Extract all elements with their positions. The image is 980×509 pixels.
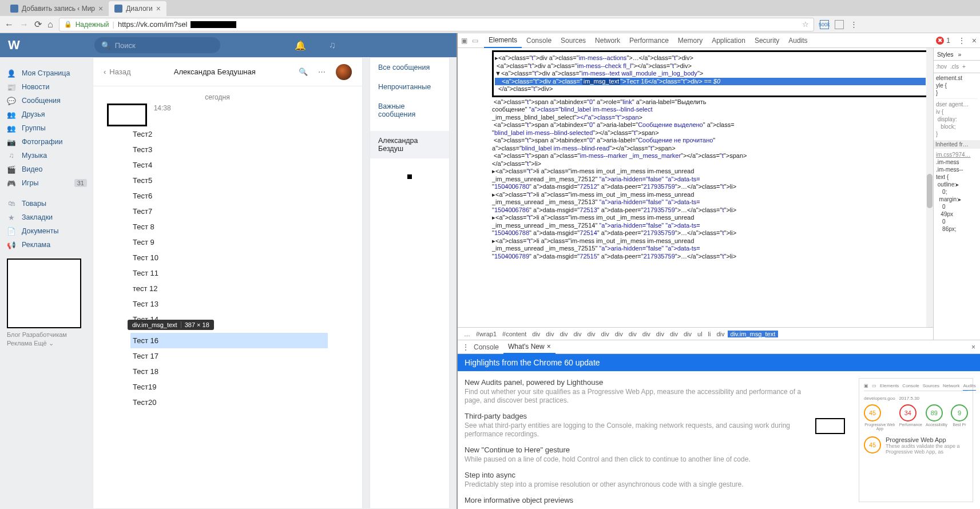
breadcrumb-item[interactable]: div bbox=[713, 331, 727, 337]
style-rule[interactable]: dser agent… iv { display: block; } bbox=[936, 101, 978, 138]
devtools-tab[interactable]: Memory bbox=[673, 33, 707, 48]
message-item[interactable]: Тест 11 bbox=[133, 265, 328, 281]
devtools-tab[interactable]: Network bbox=[590, 33, 625, 48]
folder-item[interactable]: Все сообщения bbox=[370, 58, 449, 77]
breadcrumb-item[interactable]: ul bbox=[695, 331, 705, 337]
menu-icon[interactable]: ⋮ bbox=[850, 20, 859, 29]
reload-icon[interactable]: ⟳ bbox=[34, 19, 42, 30]
sidebar-item[interactable]: 📷 Фотографии bbox=[7, 135, 87, 149]
dom-node[interactable]: <a">class="t">span a">tabindex="0" a">ar… bbox=[492, 137, 929, 145]
dom-node[interactable]: ▸<a">class="t">li a">class="im-mess im_o… bbox=[492, 214, 929, 222]
dom-node[interactable]: _im_mess_unread _im_mess_72515" "a">aria… bbox=[492, 245, 929, 253]
folder-item[interactable]: Важные сообщения bbox=[370, 97, 449, 124]
devtools-tab[interactable]: Audits bbox=[784, 33, 812, 48]
styles-more-icon[interactable]: » bbox=[958, 51, 962, 58]
search-input[interactable]: 🔍 Поиск bbox=[94, 37, 220, 53]
inspect-icon[interactable]: ▣ bbox=[461, 37, 467, 45]
message-item-highlighted[interactable]: Тест 16 bbox=[130, 333, 328, 348]
dom-node[interactable]: сообщение" "a">class="blind_label im-mes… bbox=[492, 106, 929, 114]
message-item[interactable]: Тест4 bbox=[133, 157, 328, 173]
message-item[interactable]: тест 12 bbox=[133, 281, 328, 296]
tab-close-icon[interactable]: × bbox=[156, 4, 161, 13]
folder-item-active[interactable]: Александра Бездуш bbox=[370, 131, 449, 158]
dom-node[interactable]: </a">class="t">li> bbox=[492, 160, 929, 168]
back-button[interactable]: ‹ Назад bbox=[104, 67, 131, 76]
dom-breadcrumb[interactable]: …#wrap1#contentdivdivdivdivdivdivdivdivd… bbox=[458, 327, 933, 340]
sidebar-item[interactable]: 👤 Моя Страница bbox=[7, 66, 87, 80]
folder-item[interactable]: Непрочитанные bbox=[370, 77, 449, 97]
breadcrumb-item[interactable]: div bbox=[557, 331, 570, 337]
sidebar-item[interactable]: 📰 Новости bbox=[7, 80, 87, 94]
styles-tab[interactable]: Styles bbox=[937, 51, 954, 58]
style-rule[interactable]: element.st yle { } bbox=[936, 74, 978, 97]
breadcrumb-item[interactable]: div bbox=[529, 331, 543, 337]
dom-node[interactable]: <a">class="t">span a">tabindex="0" a">ro… bbox=[492, 98, 929, 106]
message-item[interactable]: Тест 17 bbox=[133, 348, 328, 364]
breadcrumb-item[interactable]: div bbox=[667, 331, 681, 337]
message-item[interactable]: Тест 10 bbox=[133, 250, 328, 265]
cls-toggle[interactable]: .cls bbox=[950, 63, 959, 70]
dom-node[interactable]: ▼<a">class="t">div a">class="im-mess--te… bbox=[495, 70, 926, 78]
dom-node[interactable]: "1504006786" a">data-msgid="72513" a">da… bbox=[492, 206, 929, 214]
extension-icon[interactable]: 500k bbox=[820, 20, 829, 29]
sidebar-item[interactable]: 💬 Сообщения bbox=[7, 94, 87, 108]
tab-close-icon[interactable]: × bbox=[547, 343, 551, 351]
dom-node[interactable]: </a">class="t">div> bbox=[495, 85, 926, 93]
dom-node[interactable]: _im_mess_unread _im_mess_72514" "a">aria… bbox=[492, 222, 929, 230]
device-icon[interactable]: ▭ bbox=[472, 37, 478, 45]
browser-tab-1[interactable]: Добавить запись ‹ Мир × bbox=[5, 1, 109, 16]
breadcrumb-item[interactable]: div bbox=[585, 331, 598, 337]
devtools-menu-icon[interactable]: ⋮ bbox=[958, 37, 965, 45]
dom-node[interactable]: ▸<a">class="t">div a">class="im-mess--ac… bbox=[495, 54, 926, 62]
drawer-menu-icon[interactable]: ⋮ bbox=[462, 343, 469, 351]
sidebar-item[interactable]: 📄 Документы bbox=[7, 224, 87, 238]
dom-node[interactable]: "1504006788" a">data-msgid="72514" a">da… bbox=[492, 229, 929, 237]
dom-node[interactable]: a">class="blind_label im-mess--blind-rea… bbox=[492, 145, 929, 153]
message-item[interactable]: Тест6 bbox=[133, 188, 328, 204]
error-badge-icon[interactable]: ✖ bbox=[936, 37, 944, 45]
dom-node[interactable]: <a">class="t">div a">class="im_msg_text"… bbox=[495, 78, 926, 86]
scrollbar[interactable] bbox=[926, 48, 933, 327]
message-item[interactable]: Тест 9 bbox=[133, 234, 328, 250]
dom-node[interactable]: _im_mess_blind_label_select"></"a">class… bbox=[492, 114, 929, 122]
url-input[interactable]: 🔒 Надежный | https://vk.com/im?sel ☆ bbox=[59, 18, 814, 31]
dom-tree[interactable]: ▸<a">class="t">div a">class="im-mess--ac… bbox=[458, 48, 933, 327]
notifications-icon[interactable]: 🔔 bbox=[295, 40, 306, 51]
message-item[interactable]: Тест 18 bbox=[133, 364, 328, 379]
message-item[interactable]: Тест5 bbox=[133, 173, 328, 188]
sidebar-item[interactable]: ♫ Музыка bbox=[7, 149, 87, 162]
message-item[interactable]: Тест7 bbox=[133, 204, 328, 219]
drawer-tab-whatsnew[interactable]: What's New × bbox=[503, 340, 556, 354]
star-icon[interactable]: ☆ bbox=[802, 20, 809, 29]
breadcrumb-item[interactable]: li bbox=[705, 331, 714, 337]
forward-icon[interactable]: → bbox=[19, 19, 29, 30]
breadcrumb-item[interactable]: … bbox=[461, 331, 473, 337]
drawer-close-icon[interactable]: × bbox=[971, 343, 975, 351]
breadcrumb-item[interactable]: div bbox=[612, 331, 626, 337]
breadcrumb-item[interactable]: #wrap1 bbox=[473, 331, 499, 337]
devtools-tab[interactable]: Elements bbox=[484, 33, 522, 48]
dom-node[interactable]: <a">class="t">span a">tabindex="0" a">ar… bbox=[492, 121, 929, 129]
breadcrumb-item[interactable]: div bbox=[626, 331, 640, 337]
devtools-tab[interactable]: Performance bbox=[625, 33, 673, 48]
sidebar-item[interactable]: 📢 Реклама bbox=[7, 238, 87, 252]
sidebar-item[interactable]: 🎬 Видео bbox=[7, 162, 87, 176]
search-in-dialog-icon[interactable]: 🔍 bbox=[299, 67, 308, 76]
sidebar-item[interactable]: 👥 Группы bbox=[7, 121, 87, 135]
devtools-close-icon[interactable]: × bbox=[972, 36, 977, 45]
sidebar-item[interactable]: 🎮 Игры 31 bbox=[7, 176, 87, 190]
dom-node[interactable]: _im_mess_unread _im_mess_72512" "a">aria… bbox=[492, 176, 929, 184]
sidebar-ad[interactable] bbox=[7, 259, 81, 328]
vk-logo-icon[interactable]: W bbox=[8, 38, 20, 53]
message-item[interactable]: Тест2 bbox=[133, 126, 328, 142]
dom-node[interactable]: ▸<a">class="t">li a">class="im-mess im_o… bbox=[492, 168, 929, 176]
message-item[interactable]: Тест3 bbox=[133, 142, 328, 157]
breadcrumb-item[interactable]: div bbox=[543, 331, 557, 337]
hov-toggle[interactable]: :hov bbox=[936, 63, 947, 70]
dom-node[interactable]: "1504006789" a">data-msgid="72515" a">da… bbox=[492, 253, 929, 261]
style-props[interactable]: outline:▸ 0; margin:▸ 0 49px 0 86px; bbox=[936, 181, 978, 233]
breadcrumb-item[interactable]: div bbox=[681, 331, 695, 337]
sidebar-item[interactable]: 👥 Друзья bbox=[7, 108, 87, 121]
extension-icon-2[interactable] bbox=[835, 20, 844, 29]
sidebar-item[interactable]: 🛍 Товары bbox=[7, 197, 87, 210]
